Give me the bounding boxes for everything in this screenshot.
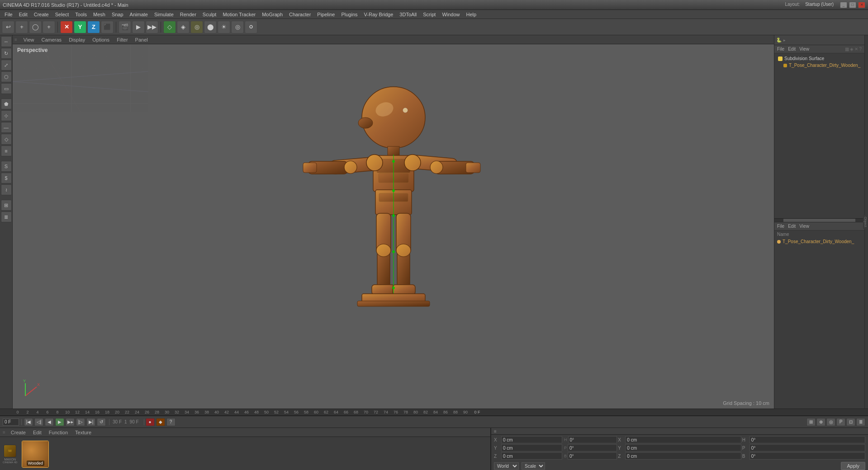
render-view-button[interactable]: ▶ <box>132 21 145 33</box>
wire-button[interactable]: ◎ <box>190 21 203 33</box>
menu-vray[interactable]: V-Ray Bridge <box>361 11 396 18</box>
vp-tab-cameras[interactable]: Cameras <box>39 37 65 43</box>
coord-z-input[interactable] <box>501 452 562 460</box>
menu-mesh[interactable]: Mesh <box>90 11 108 18</box>
tool-select[interactable]: ⬡ <box>1 71 12 82</box>
prev-key-button[interactable]: ◁| <box>34 418 43 426</box>
camera-button[interactable]: ◎ <box>231 21 244 33</box>
save-button[interactable]: + <box>43 21 55 33</box>
menu-edit[interactable]: Edit <box>16 11 30 18</box>
close-button[interactable]: ✕ <box>858 2 865 8</box>
menu-tools[interactable]: Tools <box>72 11 90 18</box>
scrollbar-thumb[interactable] <box>783 219 855 222</box>
apply-button[interactable]: Apply <box>841 462 865 470</box>
world-select[interactable]: World Object <box>494 462 519 470</box>
material-thumb-wooded[interactable]: Wooded <box>22 441 49 468</box>
coord-xsize-input[interactable] <box>625 436 741 443</box>
mode-z-button[interactable]: Z <box>87 21 100 33</box>
keyframe-btn-1[interactable]: ⊞ <box>806 418 816 426</box>
keyframe-btn-6[interactable]: ≣ <box>856 418 865 426</box>
coord-h2-input[interactable] <box>749 436 865 443</box>
open-button[interactable]: ◯ <box>29 21 42 33</box>
menu-character[interactable]: Character <box>286 11 313 18</box>
menu-help[interactable]: Help <box>464 11 479 18</box>
key-button[interactable]: ◆ <box>156 418 165 426</box>
coord-p-input[interactable] <box>568 444 617 451</box>
vp-tab-view[interactable]: View <box>21 37 37 43</box>
coord-x-input[interactable] <box>501 436 562 443</box>
tool-3[interactable]: ≡ <box>1 146 12 156</box>
menu-simulate[interactable]: Simulate <box>152 11 176 18</box>
menu-mograph[interactable]: MoGraph <box>259 11 285 18</box>
stereo-button[interactable]: ⭘ <box>245 21 257 33</box>
menu-render[interactable]: Render <box>177 11 199 18</box>
vp-tab-options[interactable]: Options <box>90 37 112 43</box>
next-key-button[interactable]: |▷ <box>76 418 85 426</box>
coord-b2-input[interactable] <box>749 452 865 460</box>
undo-button[interactable]: ↩ <box>2 21 14 33</box>
mode-y-button[interactable]: Y <box>74 21 86 33</box>
prev-frame-button[interactable]: ◀ <box>45 418 54 426</box>
menu-window[interactable]: Window <box>439 11 462 18</box>
tool-hair[interactable]: ≀ <box>1 184 12 195</box>
menu-3dtoall[interactable]: 3DToAll <box>397 11 419 18</box>
coord-b-input[interactable] <box>568 452 617 460</box>
mat-tab-texture[interactable]: Texture <box>73 429 93 436</box>
scale-select[interactable]: Scale Size <box>522 462 545 470</box>
menu-plugins[interactable]: Plugins <box>338 11 360 18</box>
vp-tab-display[interactable]: Display <box>66 37 88 43</box>
tool-box-select[interactable]: ▭ <box>1 83 12 94</box>
menu-create[interactable]: Create <box>31 11 52 18</box>
record-button[interactable]: ● <box>146 418 155 426</box>
obj-tab-view[interactable]: View <box>799 47 809 52</box>
keyframe-btn-4[interactable]: P <box>836 418 845 426</box>
mode-ref-button[interactable]: ⬛ <box>101 21 114 33</box>
mat-tab-function[interactable]: Function <box>47 429 70 436</box>
tool-brush[interactable]: S <box>1 161 12 172</box>
filter-button[interactable]: ⬤ <box>204 21 217 33</box>
tool-edge[interactable]: — <box>1 122 12 133</box>
next-frame-button[interactable]: ▶▸ <box>66 418 75 426</box>
viewport[interactable]: Perspective Grid Spacing : 10 cm X Y <box>13 44 774 409</box>
tool-move[interactable]: ↔ <box>1 36 12 47</box>
help-btn[interactable]: ? <box>166 418 175 426</box>
tool-scale[interactable]: ⤢ <box>1 60 12 70</box>
keyframe-btn-2[interactable]: ⊕ <box>816 418 825 426</box>
display-mode-button[interactable]: ◇ <box>163 21 176 33</box>
mat-tab-edit[interactable]: Edit <box>788 224 796 229</box>
obj-tab-file[interactable]: File <box>777 47 784 52</box>
minimize-button[interactable]: _ <box>840 2 847 8</box>
tool-grid[interactable]: ⊞ <box>1 200 12 211</box>
coord-h-input[interactable] <box>568 436 617 443</box>
mat-tab-view[interactable]: View <box>799 224 809 229</box>
new-button[interactable]: + <box>15 21 28 33</box>
menu-sculpt[interactable]: Sculpt <box>200 11 219 18</box>
vp-tab-panel[interactable]: Panel <box>133 37 151 43</box>
obj-item-subdivision[interactable]: Subdivision Surface <box>776 55 863 62</box>
go-end-button[interactable]: ▶| <box>86 418 95 426</box>
light-button[interactable]: ☀ <box>218 21 230 33</box>
menu-animate[interactable]: Animate <box>127 11 151 18</box>
go-start-button[interactable]: |◀ <box>24 418 33 426</box>
menu-script[interactable]: Script <box>420 11 438 18</box>
coord-zsize-input[interactable] <box>625 452 741 460</box>
mat-tab-create[interactable]: Create <box>9 429 28 436</box>
obj-item-character[interactable]: T_Pose_Character_Dirty_Wooden_ <box>776 62 863 69</box>
menu-motion-tracker[interactable]: Motion Tracker <box>220 11 258 18</box>
panel-scrollbar[interactable] <box>774 218 864 222</box>
coord-y-input[interactable] <box>501 444 562 451</box>
menu-file[interactable]: File <box>2 11 15 18</box>
mode-x-button[interactable]: ✕ <box>60 21 73 33</box>
loop-button[interactable]: ↺ <box>97 418 106 426</box>
tool-object[interactable]: ◇ <box>1 134 12 145</box>
tool-polygon[interactable]: ⬟ <box>1 99 12 109</box>
render-all-button[interactable]: ▶▶ <box>146 21 158 33</box>
tool-layers[interactable]: ≣ <box>1 212 12 222</box>
mat-tab-edit[interactable]: Edit <box>31 429 43 436</box>
menu-select[interactable]: Select <box>52 11 72 18</box>
coord-ysize-input[interactable] <box>625 444 741 451</box>
material-item-character[interactable]: T_Pose_Character_Dirty_Wooden_ <box>774 238 864 245</box>
keyframe-btn-3[interactable]: ◎ <box>826 418 835 426</box>
menu-snap[interactable]: Snap <box>109 11 126 18</box>
menu-pipeline[interactable]: Pipeline <box>314 11 337 18</box>
